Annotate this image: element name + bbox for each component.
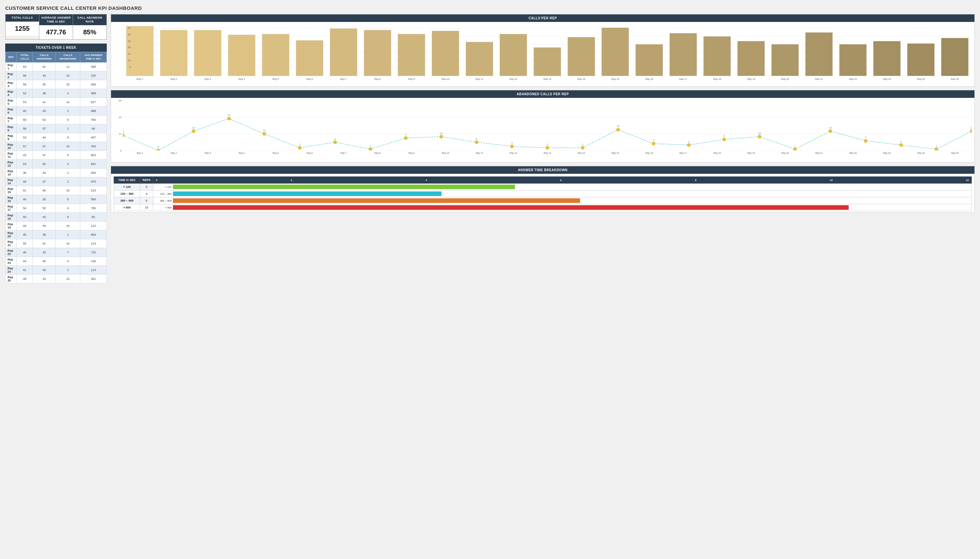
breakdown-reps-cell: 5 [140,184,153,190]
kpi-abandon-rate-value: 85% [73,25,106,39]
svg-rect-24 [703,36,731,76]
line-x-label: Rep 4 [225,151,259,161]
line-x-label: Rep 14 [564,151,599,161]
table-row: Rep 1143376853 [5,151,107,160]
rep-name-cell: Rep 17 [5,204,17,213]
rep-name-cell: Rep 21 [5,239,17,248]
breakdown-range-cell: 360 – 600 [114,197,140,204]
table-row: Rep 85857166 [5,124,107,133]
svg-text:7: 7 [865,136,867,139]
kpi-total-calls-header: TOTAL CALLS [5,15,39,22]
data-cell: 764 [80,116,107,124]
data-cell: 6 [56,116,80,124]
rep-name-cell: Rep 22 [5,248,17,257]
breakdown-col-chart: 024681012 [153,177,972,184]
data-cell: 6 [56,151,80,160]
table-header-row: REP TOTAL CALLS CALLS ANSWERED CALLS ABA… [5,52,107,63]
svg-point-52 [404,136,408,140]
calls-per-rep-panel: CALLS PER REP 0102030405060 Rep 1Rep 2Re… [111,14,975,87]
tickets-table: REP TOTAL CALLS CALLS ANSWERED CALLS ABA… [5,52,107,283]
breakdown-col-reps: REPS [140,177,153,184]
data-cell: 48 [17,275,33,283]
bar-x-label: Rep 11 [463,76,497,85]
calls-per-rep-chart-area: 0102030405060 Rep 1Rep 2Rep 3Rep 4Rep 5R… [111,22,975,86]
line-x-label: Rep 22 [836,151,870,161]
data-cell: 49 [17,177,33,186]
data-cell: 4 [56,89,80,98]
col-calls-abandoned: CALLS ABANDONED [56,52,80,63]
svg-point-38 [157,149,160,150]
col-calls-answered: CALLS ANSWERED [33,52,56,63]
data-cell: 61 [17,186,33,195]
table-row: Rep 1336342454 [5,169,107,177]
breakdown-row: 360 – 6006360 – 600 [114,197,972,204]
kpi-avg-answer-value: 477.76 [39,25,73,39]
data-cell: 664 [80,230,107,239]
svg-point-80 [899,143,903,147]
data-cell: 47 [33,177,56,186]
svg-rect-20 [568,37,595,76]
data-cell: 34 [33,169,56,177]
data-cell: 369 [80,80,107,89]
svg-text:6: 6 [476,137,478,141]
data-cell: 14 [56,239,80,248]
col-rep: REP [5,52,17,63]
table-row: Rep 21554114114 [5,239,107,248]
svg-point-58 [510,145,514,148]
data-cell: 43 [33,107,56,116]
breakdown-range-label: < 120 [155,185,172,189]
line-x-label: Rep 25 [938,151,972,161]
rep-name-cell: Rep 2 [5,71,17,80]
breakdown-col-time: TIME in SEC [114,177,140,184]
data-cell: 8 [56,213,80,222]
svg-text:8: 8 [723,134,725,137]
data-cell: 39 [33,230,56,239]
data-cell: 14 [56,275,80,283]
table-row: Rep 1253503841 [5,160,107,169]
bar-x-label: Rep 23 [870,76,904,85]
rep-name-cell: Rep 11 [5,151,17,160]
data-cell: 407 [80,133,107,142]
svg-text:14: 14 [829,126,832,129]
table-row: Rep 2040391664 [5,230,107,239]
table-row: Rep 1635211358 [5,63,107,71]
svg-point-46 [298,146,301,150]
bar-x-label: Rep 21 [802,76,836,85]
data-cell: 37 [33,151,56,160]
line-x-label: Rep 1 [123,151,157,161]
svg-point-48 [333,141,337,144]
rep-name-cell: Rep 12 [5,160,17,169]
svg-text:2: 2 [299,143,301,146]
data-cell: 454 [80,169,107,177]
right-panel: CALLS PER REP 0102030405060 Rep 1Rep 2Re… [111,14,975,283]
breakdown-bar-cell: < 120 [153,184,972,190]
data-cell: 3 [56,160,80,169]
data-cell: 1 [56,266,80,275]
breakdown-range-label: 360 – 600 [155,199,172,202]
table-row: Rep 2584414225 [5,71,107,80]
svg-rect-17 [466,42,493,76]
svg-text:2: 2 [547,143,548,146]
kpi-total-calls: TOTAL CALLS 1255 [5,15,39,39]
kpi-abandon-rate: CALL ABANDON RATE 85% [73,15,106,39]
table-row: Rep 1640355580 [5,195,107,204]
line-x-label: Rep 8 [361,151,395,161]
data-cell: 780 [80,204,107,213]
line-chart-y-axis: 0122436 [114,101,122,150]
answer-time-chart-area: TIME in SEC REPS 024681012 < 1205< 12012… [111,174,975,212]
data-cell: 40 [17,230,33,239]
tickets-section-title: TICKETS OVER 1 WEEK [5,43,107,52]
kpi-total-calls-value: 1255 [5,22,39,36]
data-cell: 46 [33,186,56,195]
bar-x-label: Rep 10 [428,76,463,85]
breakdown-reps-cell: 10 [140,204,153,211]
line-x-label: Rep 12 [497,151,531,161]
breakdown-bar-cell: 360 – 600 [153,197,972,204]
breakdown-bar [173,198,580,203]
svg-point-62 [581,146,584,150]
data-cell: 58 [17,80,33,89]
data-cell: 53 [17,160,33,169]
svg-point-74 [793,147,797,150]
svg-point-50 [369,147,372,150]
table-row: Rep 953449407 [5,133,107,142]
